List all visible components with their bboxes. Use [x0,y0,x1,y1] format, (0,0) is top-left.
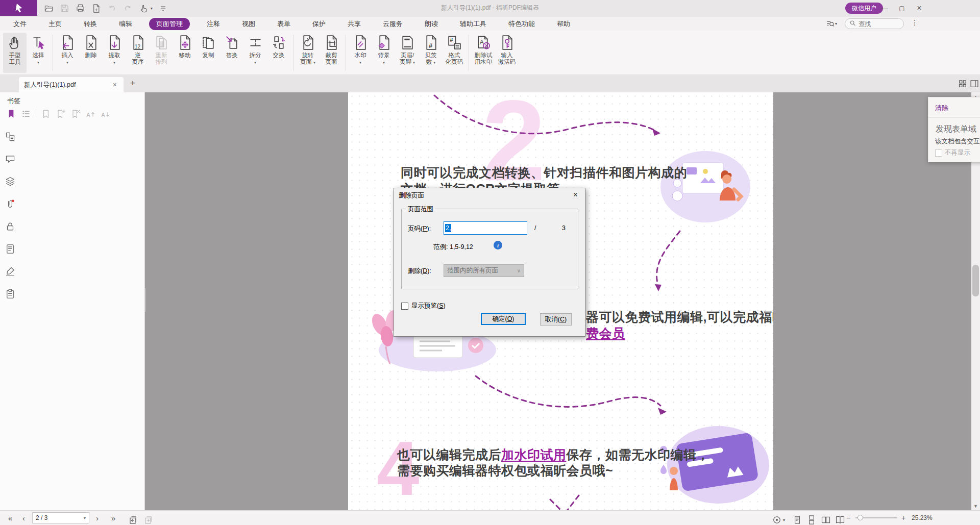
signature-icon[interactable] [5,266,16,277]
search-settings-icon[interactable]: ▾ [826,18,841,29]
toolbar-insert-button[interactable]: 插入▾ [56,33,79,73]
menu-item-9[interactable]: 保护 [307,18,331,30]
toolbar-background-button[interactable]: 背景▾ [372,33,396,73]
toolbar-removewatermark-button[interactable]: A删除试用水印 [472,33,495,73]
maximize-icon[interactable]: ▢ [893,0,911,16]
toolbar-delete-button[interactable]: 删除 [79,33,103,73]
menu-item-12[interactable]: 朗读 [420,18,443,30]
menu-item-13[interactable]: 辅助工具 [455,18,492,30]
menu-item-7[interactable]: 视图 [237,18,260,30]
app-logo[interactable] [0,0,37,16]
next-page-icon[interactable]: › [96,511,99,525]
menu-item-4[interactable]: 编辑 [114,18,137,30]
open-folder-icon[interactable] [43,3,54,14]
new-page-icon[interactable] [90,3,102,14]
toolbar-activationkey-button[interactable]: 输入激活码 [495,33,519,73]
zoom-percentage: 25.23% [912,514,933,521]
search-box[interactable] [845,18,904,29]
menu-item-1[interactable]: 文件 [8,18,32,30]
toolbar-hand-button[interactable]: 手型工具 [3,33,27,73]
single-page-icon[interactable] [792,515,802,525]
zoom-out-icon[interactable]: − [846,511,850,525]
toolbar-copy-button[interactable]: 复制 [197,33,220,73]
toolbar-select-button[interactable]: 选择▾ [27,33,50,73]
bookmark-filled-icon[interactable] [6,109,16,119]
toolbar-separator [36,110,36,118]
scrollbar-thumb[interactable] [972,265,979,296]
comments-icon[interactable] [5,154,16,165]
clipboard-icon[interactable] [5,288,16,299]
title-bar: ▾ 新人引导(1)(1).pdf - 福昕PDF编辑器 微信用户 — ▢ × [0,0,980,17]
clear-button[interactable]: 清除 [935,104,948,113]
info-icon[interactable]: i [494,241,502,249]
dismiss-checkbox[interactable] [935,149,942,157]
chevron-down-icon[interactable]: ▾ [151,6,153,11]
menu-item-3[interactable]: 转换 [79,18,102,30]
dismiss-row[interactable]: 不再显示 [935,148,970,157]
display-mode-icon[interactable]: ▾ [772,513,785,525]
toolbar-move-button[interactable]: 移动 [173,33,197,73]
print-icon[interactable] [75,3,86,14]
next-view-icon[interactable] [143,513,153,525]
toolbar-watermark-button[interactable]: 水印▾ [349,33,372,73]
menu-item-5[interactable]: 页面管理 [149,18,190,30]
menu-item-15[interactable]: 帮助 [552,18,575,30]
minimize-icon[interactable]: — [876,0,893,16]
toolbar-reverse-button[interactable]: 12逆页序 [126,33,150,73]
facing-icon[interactable] [821,515,831,525]
new-tab-icon[interactable]: + [130,78,135,88]
hand-pointer-icon[interactable] [138,3,149,14]
toolbar-headerfooter-button[interactable]: 页眉/页脚 ▾ [396,33,419,73]
menu-item-6[interactable]: 注释 [202,18,225,30]
attachments-icon[interactable] [5,198,16,210]
menu-item-14[interactable]: 特色功能 [503,18,540,30]
cancel-button[interactable]: 取消(C) [540,313,572,326]
zoom-in-icon[interactable]: + [901,511,905,525]
page-range-input[interactable]: 2, [444,221,527,235]
menu-items: 文件主页转换编辑页面管理注释视图表单保护共享云服务朗读辅助工具特色功能帮助 [8,17,575,31]
show-preview-checkbox[interactable] [401,303,408,310]
continuous-icon[interactable] [806,515,817,525]
reading-panel-icon[interactable] [969,79,979,89]
show-preview-row[interactable]: 显示预览(S) [401,302,446,310]
svg-text:#: # [450,37,453,43]
articles-icon[interactable] [5,243,16,255]
customize-toolbar-icon[interactable] [157,3,168,14]
toolbar-crop-button[interactable]: 裁剪页面 [320,33,343,73]
toolbar-rotate-button[interactable]: 旋转页面 ▾ [296,33,320,73]
last-page-icon[interactable]: » [111,511,115,525]
menu-item-11[interactable]: 云服务 [378,18,408,30]
menu-item-2[interactable]: 主页 [43,18,67,30]
toolbar-split-button[interactable]: 拆分▾ [243,33,267,73]
security-icon[interactable] [5,221,16,232]
toolbar-formatpage-button[interactable]: #格式化页码 [443,33,466,73]
prev-page-icon[interactable]: ‹ [22,511,25,525]
toolbar-swap-button[interactable]: 交换 [267,33,290,73]
page-thumbnails-icon[interactable] [5,131,16,142]
watermark-trial-link[interactable]: 加水印试用 [501,447,567,462]
doc-member-link[interactable]: 费会员 [586,325,625,342]
dialog-close-icon[interactable]: × [570,189,581,201]
page-number-box[interactable]: 2 / 3 ▾ [32,512,89,523]
bookmark-list-icon[interactable] [21,109,31,119]
tab-close-icon[interactable]: × [111,81,118,89]
menu-item-10[interactable]: 共享 [342,18,366,30]
search-input[interactable] [859,20,899,28]
previous-view-icon[interactable] [128,513,138,525]
close-icon[interactable]: × [911,0,928,16]
document-tab[interactable]: 新人引导(1)(1).pdf × [19,77,124,92]
ok-button[interactable]: 确定(O) [481,313,526,325]
first-page-icon[interactable]: « [8,511,12,525]
toolbar-replace-button[interactable]: 替换 [220,33,243,73]
more-options-icon[interactable]: ⋮ [911,18,918,27]
toolbar-bates-button[interactable]: #贝茨数 ▾ [419,33,443,73]
undo-icon [106,3,117,14]
toolbar-extract-button[interactable]: 提取▾ [103,33,126,73]
layers-icon[interactable] [5,176,16,187]
menu-item-8[interactable]: 表单 [272,18,296,30]
scroll-down-icon[interactable]: ▼ [971,502,980,510]
book-view-icon[interactable] [835,515,845,525]
zoom-slider-knob[interactable] [857,515,863,520]
grid-view-icon[interactable] [958,79,968,89]
background-icon [376,34,393,51]
